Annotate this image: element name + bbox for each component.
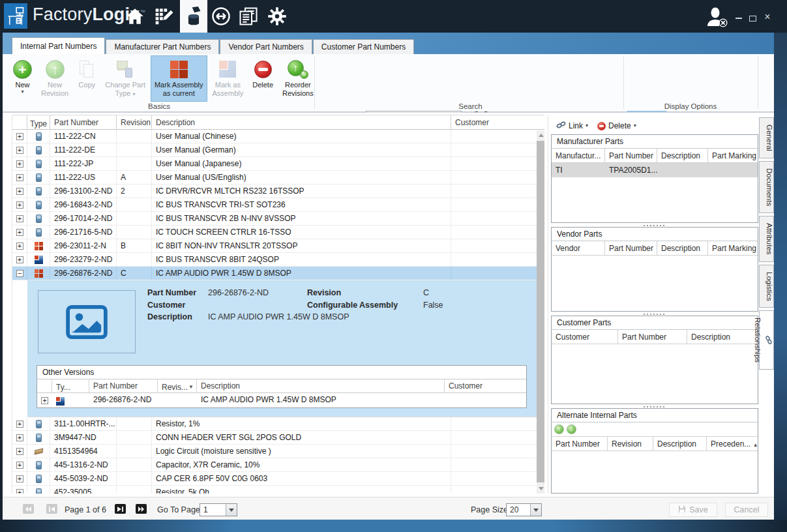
expand-row-button[interactable]: +	[16, 256, 23, 263]
side-tab-documents[interactable]: Documents	[759, 161, 774, 213]
column-header-part-marking[interactable]: Part Marking	[708, 149, 758, 162]
column-header-part-marking[interactable]: Part Marking	[708, 241, 758, 255]
column-header-part-number[interactable]: Part Number	[605, 241, 657, 255]
grid-row-445-5039-2-nd[interactable]: + 445-5039-2-ND CAP CER 6.8PF 50V C0G 06…	[12, 472, 544, 486]
save-button[interactable]: Save	[669, 503, 717, 517]
mark-assembly-as-current-button[interactable]: Mark Assemblyas current	[151, 55, 207, 102]
expand-row-button[interactable]: +	[16, 243, 23, 250]
column-header-manufactur[interactable]: Manufactur...	[552, 149, 605, 162]
column-header-description[interactable]: Description	[657, 241, 708, 255]
expand-row-button[interactable]: +	[16, 174, 23, 181]
column-header-revision[interactable]: Revision	[117, 115, 152, 129]
column-header-part-number[interactable]: Part Number	[618, 330, 687, 344]
other-version-row[interactable]: + 296-26876-2-ND IC AMP AUDIO PWR 1.45W …	[37, 393, 526, 407]
go-to-page-select[interactable]: 1	[200, 503, 237, 516]
expand-row-button[interactable]: +	[16, 201, 23, 209]
column-header-description[interactable]: Description	[152, 115, 451, 129]
column-header-vendor[interactable]: Vendor	[552, 241, 605, 255]
link-button[interactable]: Link ▾	[554, 120, 591, 132]
transfer-icon[interactable]	[210, 5, 232, 27]
grid-row-296-13100-2-nd[interactable]: + 296-13100-2-ND 2 IC DRVR/RCVR MLTCH RS…	[12, 185, 544, 198]
grid-row-296-26876-2-nd[interactable]: − 296-26876-2-ND C IC AMP AUDIO PWR 1.45…	[12, 267, 544, 280]
settings-gear-icon[interactable]	[266, 5, 288, 27]
side-tab-general[interactable]: General	[759, 117, 774, 158]
delete-button[interactable]: Delete	[248, 55, 277, 102]
column-header-description[interactable]: Description	[653, 437, 707, 451]
expand-row-button[interactable]: +	[16, 215, 23, 222]
previous-page-button[interactable]	[46, 504, 57, 514]
grid-row-296-16843-2-nd[interactable]: + 296-16843-2-ND IC BUS TRANSCVR TRI-ST …	[12, 198, 544, 212]
reports-icon[interactable]	[237, 5, 260, 27]
column-header-customer[interactable]: Customer	[552, 330, 618, 344]
collapse-row-button[interactable]: −	[16, 270, 23, 277]
tab-customer-part-numbers[interactable]: Customer Part Numbers	[313, 39, 414, 54]
move-down-button[interactable]: ↓	[567, 424, 576, 434]
page-size-select[interactable]: 20	[506, 503, 542, 516]
part-image-placeholder[interactable]	[38, 290, 136, 353]
side-tab-relationships[interactable]: Relationships	[759, 310, 774, 370]
grid-row-296-23279-2-nd[interactable]: + 296-23279-2-ND IC BUS TRANSCVR 8BIT 24…	[12, 253, 544, 267]
reorder-revisions-button[interactable]: ↑↻ReorderRevisions	[278, 55, 318, 102]
column-header-part-number[interactable]: Part Number	[50, 115, 117, 129]
tab-internal-part-numbers[interactable]: Internal Part Numbers	[12, 37, 105, 54]
grid-row-3m9447-nd[interactable]: + 3M9447-ND CONN HEADER VERT SGL 2POS GO…	[12, 431, 544, 445]
next-page-button[interactable]	[115, 504, 126, 514]
grid-row-296-23011-2-n[interactable]: + 296-23011-2-N B IC 8BIT NON-INV TRANSL…	[12, 239, 544, 253]
expand-row-button[interactable]: +	[16, 421, 23, 428]
cancel-button[interactable]: Cancel	[725, 503, 768, 517]
grid-row-111-222-us[interactable]: + 111-222-US A User Manual (US/English)	[12, 171, 544, 185]
grid-scrollbar[interactable]	[537, 130, 544, 494]
column-header-part-number[interactable]: Part Number	[552, 437, 608, 451]
customer-cell	[451, 431, 537, 444]
column-header-description[interactable]: Description	[657, 149, 708, 162]
grid-row-452-35005[interactable]: + 452-35005 Resistor, 5k Oh	[12, 486, 544, 494]
expand-row-button[interactable]: +	[16, 147, 23, 154]
expand-row-button[interactable]: +	[41, 397, 48, 404]
part-type-icon	[36, 461, 42, 469]
scrollbar-thumb[interactable]	[537, 141, 544, 482]
tab-manufacturer-part-numbers[interactable]: Manufacturer Part Numbers	[106, 39, 219, 54]
scroll-up-icon[interactable]	[537, 130, 544, 140]
close-button[interactable]: ×	[762, 10, 773, 23]
column-header-customer[interactable]: Customer	[451, 115, 537, 129]
expand-row-button[interactable]: +	[16, 462, 23, 469]
home-icon[interactable]	[124, 5, 146, 27]
table-row[interactable]: TITPA2005D1...	[552, 163, 758, 177]
tab-vendor-part-numbers[interactable]: Vendor Part Numbers	[220, 39, 312, 54]
column-header-part-number[interactable]: Part Number	[605, 149, 657, 162]
expand-row-button[interactable]: +	[16, 448, 23, 455]
side-tab-attributes[interactable]: Attributes	[759, 216, 774, 262]
expand-row-button[interactable]: +	[16, 160, 23, 168]
copy-button: Copy	[74, 55, 100, 102]
column-header-preceden[interactable]: Preceden... ▲	[707, 437, 758, 451]
grid-row-111-222-jp[interactable]: + 111-222-JP User Manual (Japanese)	[12, 157, 544, 171]
first-page-button[interactable]	[23, 504, 34, 514]
expand-row-button[interactable]: +	[16, 133, 23, 140]
planning-grid-pencil-icon[interactable]	[153, 5, 175, 27]
expand-row-button[interactable]: +	[16, 188, 23, 195]
last-page-button[interactable]	[136, 504, 147, 514]
grid-row-311-1-00hrtr[interactable]: + 311-1.00HRTR-... Resistor, 1%	[12, 417, 544, 431]
column-header-description[interactable]: Description	[687, 330, 758, 344]
grid-row-4151354964[interactable]: + 4151354964 Logic Circuit (moisture sen…	[12, 445, 544, 458]
delete-link-button[interactable]: Delete ▾	[595, 120, 639, 132]
grid-row-111-222-cn[interactable]: + 111-222-CN User Manual (Chinese)	[12, 130, 544, 143]
move-up-button[interactable]: ↑	[554, 424, 564, 434]
grid-row-296-21716-5-nd[interactable]: + 296-21716-5-ND IC TOUCH SCREEN CTRLR 1…	[12, 226, 544, 239]
column-header-revision[interactable]: Revision	[608, 437, 653, 451]
grid-row-445-1316-2-nd[interactable]: + 445-1316-2-ND Capacitor, X7R Ceramic, …	[12, 458, 544, 472]
grid-row-296-17014-2-nd[interactable]: + 296-17014-2-ND IC BUS TRANSCVR 2B N-IN…	[12, 212, 544, 226]
expand-row-button[interactable]: +	[16, 434, 23, 441]
user-logout-icon[interactable]	[705, 7, 729, 29]
expand-row-button[interactable]: +	[16, 489, 23, 494]
side-tab-logistics[interactable]: Logistics	[759, 265, 774, 308]
grid-row-111-222-de[interactable]: + 111-222-DE User Manual (German)	[12, 143, 544, 157]
expand-row-button[interactable]: +	[16, 475, 23, 482]
new-button[interactable]: +New▾	[9, 55, 36, 102]
minimize-button[interactable]	[734, 14, 743, 22]
column-header-type[interactable]: Type	[27, 115, 50, 129]
expand-row-button[interactable]: +	[16, 229, 23, 236]
parts-library-icon-active[interactable]	[180, 0, 207, 33]
scroll-down-icon[interactable]	[537, 484, 544, 494]
maximize-button[interactable]	[749, 16, 756, 22]
